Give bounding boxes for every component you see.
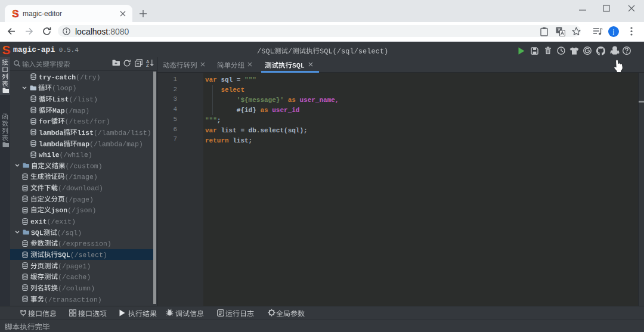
svg-text:S: S [12,9,18,18]
svg-text:Z: Z [146,63,149,67]
svg-text:S: S [2,45,10,55]
